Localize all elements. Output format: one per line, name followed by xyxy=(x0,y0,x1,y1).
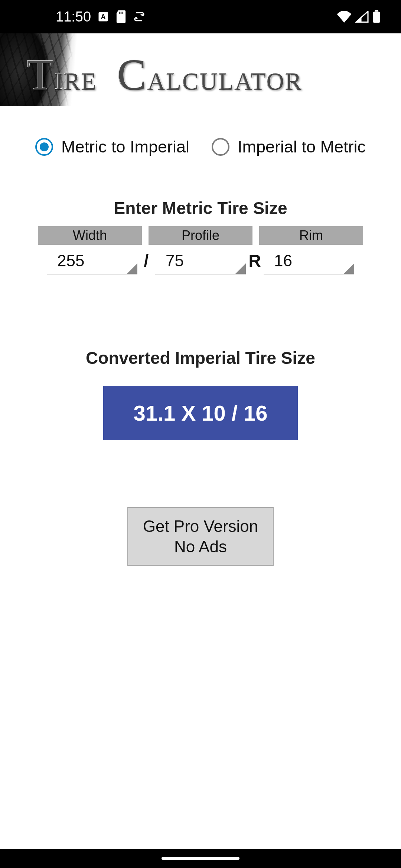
system-nav-bar xyxy=(0,849,401,868)
app-title-word1-rest: ire xyxy=(55,58,97,97)
svg-rect-5 xyxy=(373,12,380,23)
radio-circle-icon xyxy=(35,138,53,156)
status-right xyxy=(337,10,381,23)
app-title-word2-initial: C xyxy=(117,50,147,99)
radio-metric-to-imperial[interactable]: Metric to Imperial xyxy=(35,137,189,157)
result-value-box: 31.1 X 10 / 16 xyxy=(103,386,298,440)
result-section-title: Converted Imperial Tire Size xyxy=(7,348,394,368)
nav-handle[interactable] xyxy=(162,857,239,860)
a-box-icon: A xyxy=(98,11,109,22)
svg-rect-6 xyxy=(375,10,378,12)
get-pro-version-button[interactable]: Get Pro Version No Ads xyxy=(127,507,274,566)
svg-rect-4 xyxy=(123,12,123,14)
radio-circle-icon xyxy=(212,138,229,156)
svg-rect-3 xyxy=(121,12,121,14)
input-column-headers: Width Profile Rim xyxy=(7,226,394,245)
rim-header: Rim xyxy=(259,226,363,245)
wifi-icon xyxy=(337,11,352,23)
separator-r: R xyxy=(246,251,264,274)
profile-spinner[interactable]: 75 xyxy=(155,246,246,274)
sd-card-icon xyxy=(115,10,127,23)
pro-button-line2: No Ads xyxy=(128,536,273,557)
sync-icon xyxy=(133,11,145,23)
separator-slash: / xyxy=(137,251,155,274)
app-header-banner: Tire Calculator xyxy=(0,33,401,106)
width-spinner[interactable]: 255 xyxy=(47,246,137,274)
svg-text:A: A xyxy=(101,13,106,20)
status-time: 11:50 xyxy=(56,9,91,25)
input-fields-row: 255 / 75 R 16 xyxy=(7,246,394,274)
width-header: Width xyxy=(38,226,142,245)
radio-label: Metric to Imperial xyxy=(61,137,189,157)
battery-icon xyxy=(372,10,381,23)
rim-value: 16 xyxy=(274,251,292,270)
app-title: Tire Calculator xyxy=(27,50,383,100)
profile-value: 75 xyxy=(166,251,184,270)
app-title-word2-rest: alculator xyxy=(147,58,303,97)
radio-imperial-to-metric[interactable]: Imperial to Metric xyxy=(212,137,366,157)
input-section-title: Enter Metric Tire Size xyxy=(7,198,394,218)
status-left: 11:50 A xyxy=(56,9,145,25)
cell-signal-icon xyxy=(355,11,369,23)
svg-rect-2 xyxy=(119,12,120,14)
app-title-word1-initial: T xyxy=(27,50,55,99)
status-bar: 11:50 A xyxy=(0,0,401,33)
conversion-direction-group: Metric to Imperial Imperial to Metric xyxy=(7,137,394,157)
profile-header: Profile xyxy=(149,226,252,245)
result-value: 31.1 X 10 / 16 xyxy=(133,401,267,425)
pro-button-line1: Get Pro Version xyxy=(128,516,273,536)
width-value: 255 xyxy=(57,251,84,270)
rim-spinner[interactable]: 16 xyxy=(264,246,354,274)
radio-label: Imperial to Metric xyxy=(238,137,366,157)
